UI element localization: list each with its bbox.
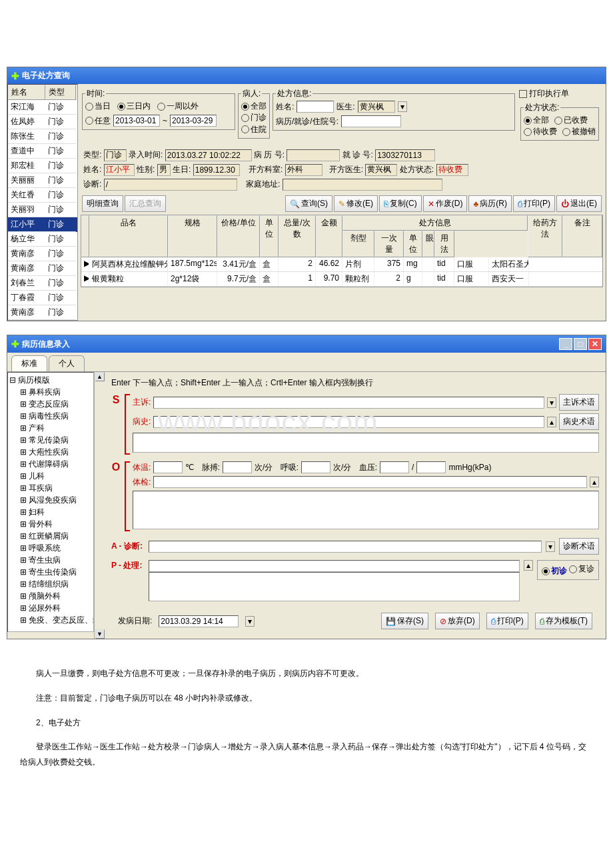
btn-modify[interactable]: ✎修改(E) [334,195,378,212]
close-button[interactable]: ✕ [588,338,602,350]
radio-status-charged[interactable]: 已收费 [554,115,588,126]
onset-date[interactable] [159,615,239,627]
diag-dropdown-icon[interactable]: ▾ [546,541,555,552]
tree-item[interactable]: ⊞ 代谢障碍病 [9,458,92,470]
radio-status-cancel[interactable]: 被撤销 [562,126,596,137]
minimize-button[interactable]: _ [559,338,572,350]
btn-exit[interactable]: ⏻退出(E) [556,195,602,212]
btn-print-record[interactable]: ⎙打印(P) [486,613,528,629]
radio-one-week[interactable]: 一周以外 [157,101,199,112]
tree-item[interactable]: ⊞ 泌尿外科 [9,602,92,614]
btn-discard[interactable]: ⊘放弃(D) [435,613,480,629]
exam-input[interactable] [153,476,587,488]
tree-item[interactable]: ⊞ 风湿免疫疾病 [9,494,92,506]
tree-item[interactable]: ⊞ 儿科 [9,470,92,482]
radio-status-pending[interactable]: 待收费 [524,126,557,137]
radio-all-patients[interactable]: 全部 [241,101,267,112]
maximize-button[interactable]: □ [574,338,587,350]
filter-doctor[interactable] [358,101,395,113]
btn-detail-query[interactable]: 明细查询 [82,195,123,212]
plan-up-icon[interactable]: ▴ [524,560,533,571]
resp-input[interactable] [301,461,330,473]
tree-item[interactable]: ⊞ 耳疾病 [9,482,92,494]
btn-cancel[interactable]: ✕作废(D) [423,195,468,212]
btn-save-template[interactable]: ⎙存为模板(T) [535,613,592,629]
tree-item[interactable]: ⊞ 妇科 [9,506,92,518]
pulse-input[interactable] [223,461,252,473]
radio-return-visit[interactable]: 复诊 [569,563,594,575]
radio-three-day[interactable]: 三日内 [117,101,151,112]
bp-dia-input[interactable] [416,461,446,473]
radio-first-visit[interactable]: 初诊 [542,565,567,577]
tree-item[interactable]: ⊞ 免疫、变态反应、组 [9,614,92,626]
radio-today[interactable]: 当日 [85,101,111,112]
tree-scrollbar[interactable]: ▲ ▼ [94,372,105,639]
btn-copy[interactable]: ⎘复制(C) [379,195,422,212]
exam-textarea[interactable] [133,491,599,529]
date-from[interactable] [113,115,160,127]
patient-list[interactable]: 姓名 类型 宋江海门诊佐凤婷门诊陈张生门诊查道中门诊郑宏桂门诊关丽丽门诊关红香门… [7,84,78,321]
list-item[interactable]: 丁春霞门诊 [8,291,77,305]
list-item[interactable]: 关红香门诊 [8,188,77,203]
chief-complaint-input[interactable] [153,397,544,409]
tree-item[interactable]: ⊞ 寄生虫病 [9,554,92,566]
table-row[interactable]: ▶ 阿莫西林克拉维酸钾分 187.5mg*12s 3.41元/盒 盒 2 46.… [81,257,602,272]
tree-item[interactable]: ⊞ 鼻科疾病 [9,386,92,398]
list-item[interactable]: 关丽羽门诊 [8,203,77,217]
temp-input[interactable] [153,461,183,473]
tab-standard[interactable]: 标准 [11,355,47,371]
tree-item[interactable]: ⊞ 结缔组织病 [9,578,92,590]
history-up-icon[interactable]: ▴ [547,417,556,427]
tree-item[interactable]: ⊞ 颅脑外科 [9,590,92,602]
tree-item[interactable]: ⊞ 产科 [9,422,92,434]
table-row[interactable]: ▶ 银黄颗粒 2g*12袋 9.7元/盒 盒 1 9.70 颗粒剂 2 g ti… [81,272,602,287]
onset-dropdown-icon[interactable]: ▾ [245,616,255,627]
filter-name[interactable] [297,101,334,113]
list-item[interactable]: 黄南彦门诊 [8,261,77,276]
history-input[interactable] [153,416,544,428]
template-tree[interactable]: ⊟ 病历模版 ⊞ 鼻科疾病⊞ 变态反应病⊞ 病毒性疾病⊞ 产科⊞ 常见传染病⊞ … [7,372,94,632]
doctor-dropdown-icon[interactable]: ▾ [398,101,407,112]
radio-status-all[interactable]: 全部 [524,115,549,126]
tree-item[interactable]: ⊞ 病毒性疾病 [9,410,92,422]
list-item[interactable]: 黄南彦门诊 [8,305,77,320]
btn-history-terms[interactable]: 病史术语 [559,413,599,430]
tree-item[interactable]: ⊞ 寄生虫传染病 [9,566,92,578]
btn-chief-terms[interactable]: 主诉术语 [559,394,599,411]
tab-personal[interactable]: 个人 [49,355,85,371]
btn-record[interactable]: ♣病历(R) [468,195,512,212]
list-item[interactable]: 刘春兰门诊 [8,276,77,291]
list-item[interactable]: 黄南彦门诊 [8,247,77,261]
scroll-up-icon[interactable]: ▲ [95,372,105,381]
bp-sys-input[interactable] [380,461,409,473]
radio-outpatient[interactable]: 门诊 [241,112,267,123]
list-item[interactable]: 郑宏桂门诊 [8,159,77,173]
list-item[interactable]: 关丽丽门诊 [8,173,77,188]
plan-input[interactable] [149,560,520,572]
chief-dropdown-icon[interactable]: ▾ [547,397,556,408]
tree-item[interactable]: ⊞ 常见传染病 [9,434,92,446]
list-item[interactable]: 查道中门诊 [8,144,77,159]
btn-print[interactable]: ⎙打印(P) [513,195,555,212]
plan-textarea[interactable] [149,572,520,601]
filter-record-no[interactable] [341,115,401,127]
scroll-down-icon[interactable]: ▼ [95,629,105,639]
tree-item[interactable]: ⊞ 骨外科 [9,518,92,530]
tree-item[interactable]: ⊞ 呼吸系统 [9,542,92,554]
list-item[interactable]: 杨立华门诊 [8,232,77,247]
list-item[interactable]: 佐凤婷门诊 [8,115,77,129]
tree-item[interactable]: ⊞ 大疱性疾病 [9,446,92,458]
btn-save[interactable]: 💾保存(S) [381,613,428,629]
date-to[interactable] [170,115,217,127]
radio-inpatient[interactable]: 住院 [241,124,267,135]
chk-print-exec[interactable] [519,90,527,98]
exam-up-icon[interactable]: ▴ [590,477,599,487]
btn-summary-query[interactable]: 汇总查询 [125,195,166,212]
radio-any[interactable]: 任意 [85,115,111,127]
tree-item[interactable]: ⊞ 红斑鳞屑病 [9,530,92,542]
list-item[interactable]: 陈张生门诊 [8,129,77,144]
btn-query[interactable]: 🔍查询(S) [285,195,332,212]
history-textarea[interactable] [133,433,599,453]
list-item[interactable]: 江小平门诊 [8,217,77,232]
btn-diag-terms[interactable]: 诊断术语 [559,538,599,555]
